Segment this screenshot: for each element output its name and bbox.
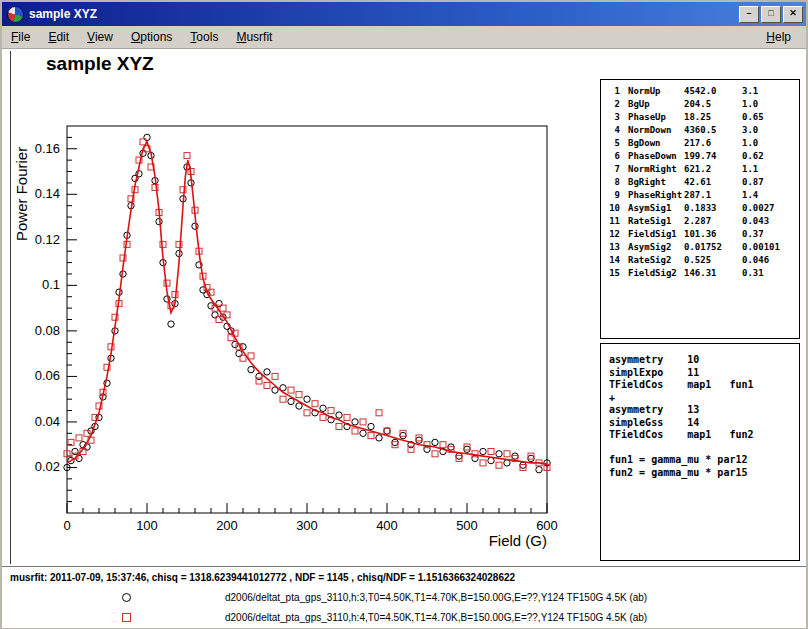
param-cell: 2	[607, 98, 620, 111]
fourier-plot[interactable]: 01002003004005006000.020.040.060.080.10.…	[2, 49, 582, 566]
canvas-area[interactable]: sample XYZ 01002003004005006000.020.040.…	[2, 49, 806, 627]
param-row: 12FieldSig1101.360.37	[607, 228, 797, 241]
x-tick-label: 0	[63, 518, 70, 533]
x-tick-label: 600	[536, 518, 558, 533]
app-icon	[7, 6, 24, 23]
x-tick-label: 100	[136, 518, 158, 533]
param-cell: PhaseUp	[628, 111, 684, 124]
param-row: 13AsymSig20.017520.00101	[607, 241, 797, 254]
menu-options[interactable]: Options	[122, 27, 181, 48]
param-cell: 2.287	[684, 215, 742, 228]
fit-info: musrfit: 2011-07-09, 15:37:46, chisq = 1…	[10, 572, 806, 583]
param-row: 2BgUp204.51.0	[607, 98, 797, 111]
param-cell: 101.36	[684, 228, 742, 241]
param-cell: RateSig1	[628, 215, 684, 228]
param-cell: 8	[607, 176, 620, 189]
param-cell: 9	[607, 189, 620, 202]
param-cell: 3	[607, 111, 620, 124]
param-cell: 287.1	[684, 189, 742, 202]
menu-tools[interactable]: Tools	[181, 27, 227, 48]
param-row: 7NormRight621.21.1	[607, 163, 797, 176]
legend-row: d2006/deltat_pta_gps_3110,h:3,T0=4.50K,T…	[2, 592, 806, 603]
param-cell: 0.37	[742, 228, 797, 241]
statusbar: musrfit: 2011-07-09, 15:37:46, chisq = 1…	[2, 566, 806, 628]
y-tick-label: 0.04	[35, 414, 60, 429]
theory-line: simplExpo 11	[609, 367, 799, 380]
legend: d2006/deltat_pta_gps_3110,h:3,T0=4.50K,T…	[2, 592, 806, 623]
y-axis-label: Power Fourier	[13, 147, 30, 241]
param-cell: PhaseDown	[628, 150, 684, 163]
param-row: 6PhaseDown199.740.62	[607, 150, 797, 163]
param-cell: 4542.0	[684, 85, 742, 98]
menu-help[interactable]: Help	[757, 27, 800, 48]
theory-panel: asymmetry 10simplExpo 11TFieldCos map1 f…	[600, 343, 800, 561]
theory-line: fun2 = gamma_mu * par15	[609, 467, 799, 480]
menu-musrfit[interactable]: Musrfit	[227, 27, 281, 48]
param-cell: 3.0	[742, 124, 797, 137]
x-axis-label: Field (G)	[489, 532, 547, 549]
y-tick-label: 0.06	[35, 368, 60, 383]
param-cell: 12	[607, 228, 620, 241]
param-cell: 3.1	[742, 85, 797, 98]
window-controls: –□✕	[739, 6, 803, 23]
y-tick-label: 0.16	[35, 141, 60, 156]
x-tick-label: 500	[456, 518, 478, 533]
param-cell: 11	[607, 215, 620, 228]
param-row: 8BgRight42.610.87	[607, 176, 797, 189]
param-cell: FieldSig2	[628, 267, 684, 280]
param-cell: 1.0	[742, 137, 797, 150]
minimize-button[interactable]: –	[739, 6, 759, 23]
param-row: 10AsymSig10.18330.0027	[607, 202, 797, 215]
param-cell: 0.0027	[742, 202, 797, 215]
param-cell: BgDown	[628, 137, 684, 150]
menubar: FileEditViewOptionsToolsMusrfit Help	[2, 26, 806, 49]
series-circles	[64, 134, 550, 473]
param-cell: AsymSig1	[628, 202, 684, 215]
param-row: 9PhaseRight287.11.4	[607, 189, 797, 202]
param-cell: AsymSig2	[628, 241, 684, 254]
y-tick-label: 0.1	[42, 277, 60, 292]
param-cell: 4	[607, 124, 620, 137]
param-cell: 0.046	[742, 254, 797, 267]
param-cell: 10	[607, 202, 620, 215]
y-tick-label: 0.14	[35, 186, 60, 201]
menu-file[interactable]: File	[2, 27, 39, 48]
legend-label: d2006/deltat_pta_gps_3110,h:4,T0=4.50K,T…	[225, 612, 647, 623]
param-cell: 217.6	[684, 137, 742, 150]
param-cell: FieldSig1	[628, 228, 684, 241]
param-cell: 6	[607, 150, 620, 163]
param-cell: 621.2	[684, 163, 742, 176]
window-title: sample XYZ	[29, 7, 739, 21]
close-button[interactable]: ✕	[783, 6, 803, 23]
param-cell: 5	[607, 137, 620, 150]
menu-view[interactable]: View	[78, 27, 122, 48]
param-cell: 42.61	[684, 176, 742, 189]
param-cell: 4360.5	[684, 124, 742, 137]
legend-label: d2006/deltat_pta_gps_3110,h:3,T0=4.50K,T…	[225, 592, 647, 603]
param-row: 11RateSig12.2870.043	[607, 215, 797, 228]
param-cell: 18.25	[684, 111, 742, 124]
param-cell: 15	[607, 267, 620, 280]
param-row: 1NormUp4542.03.1	[607, 85, 797, 98]
param-cell: 0.62	[742, 150, 797, 163]
param-cell: RateSig2	[628, 254, 684, 267]
maximize-button[interactable]: □	[761, 6, 781, 23]
param-cell: 7	[607, 163, 620, 176]
theory-line: asymmetry 13	[609, 404, 799, 417]
param-cell: 1	[607, 85, 620, 98]
param-cell: 1.1	[742, 163, 797, 176]
titlebar[interactable]: sample XYZ –□✕	[2, 2, 806, 26]
menu-edit[interactable]: Edit	[39, 27, 78, 48]
theory-line	[609, 442, 799, 455]
param-cell: 13	[607, 241, 620, 254]
param-cell: 146.31	[684, 267, 742, 280]
param-cell: 199.74	[684, 150, 742, 163]
y-tick-label: 0.12	[35, 232, 60, 247]
param-cell: 0.043	[742, 215, 797, 228]
legend-row: d2006/deltat_pta_gps_3110,h:4,T0=4.50K,T…	[2, 612, 806, 623]
param-cell: NormRight	[628, 163, 684, 176]
param-row: 5BgDown217.61.0	[607, 137, 797, 150]
param-cell: 1.0	[742, 98, 797, 111]
param-cell: NormDown	[628, 124, 684, 137]
param-cell: 14	[607, 254, 620, 267]
